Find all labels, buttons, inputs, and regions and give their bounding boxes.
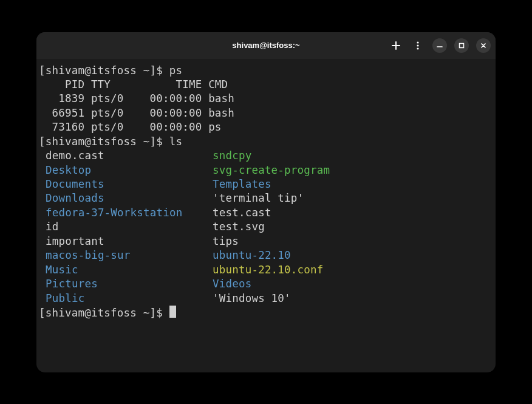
svg-point-1	[417, 44, 418, 46]
minimize-button[interactable]	[432, 38, 447, 53]
ls-entry: Music	[39, 263, 213, 277]
command-ls: ls	[169, 135, 182, 148]
ls-entry: tips	[213, 235, 239, 248]
ls-entry: demo.cast	[39, 149, 213, 163]
ls-entry: ubuntu-22.10.conf	[213, 263, 324, 277]
ls-entry: svg-create-program	[213, 163, 330, 177]
prompt-line: [shivam@itsfoss ~]$	[39, 307, 169, 319]
prompt-user-host: shivam@itsfoss	[46, 135, 137, 148]
terminal-content[interactable]: [shivam@itsfoss ~]$ ps PID TTY TIME CMD …	[36, 59, 496, 372]
ls-entry: 'Windows 10'	[213, 292, 291, 306]
ls-entry: Desktop	[39, 163, 213, 177]
ls-entry: important	[39, 235, 213, 248]
close-button[interactable]	[476, 38, 491, 53]
titlebar: shivam@itsfoss:~	[36, 32, 496, 59]
list-item: DocumentsTemplates	[39, 177, 493, 191]
ls-entry: Documents	[39, 177, 213, 191]
new-tab-button[interactable]	[389, 38, 403, 53]
list-item: idtest.svg	[39, 220, 493, 234]
prompt-line: [shivam@itsfoss ~]$ ls	[39, 135, 182, 148]
ls-entry: Public	[39, 292, 213, 306]
command-ps: ps	[169, 64, 182, 77]
ls-entry: Videos	[213, 277, 251, 291]
list-item: Public'Windows 10'	[39, 292, 493, 306]
ps-row: 66951 pts/0 00:00:00 bash	[39, 107, 234, 119]
ls-entry: fedora-37-Workstation	[39, 206, 213, 220]
ls-entry: test.svg	[213, 220, 265, 234]
list-item: fedora-37-Workstationtest.cast	[39, 206, 493, 220]
svg-rect-3	[460, 43, 464, 47]
ls-entry: Pictures	[39, 277, 213, 291]
ps-row: 1839 pts/0 00:00:00 bash	[39, 92, 234, 104]
maximize-button[interactable]	[454, 38, 469, 53]
ls-entry: Downloads	[39, 191, 213, 205]
ls-entry: Templates	[213, 177, 271, 191]
prompt-line: [shivam@itsfoss ~]$ ps	[39, 64, 182, 77]
ls-entry: 'terminal tip'	[213, 191, 304, 205]
terminal-window: shivam@itsfoss:~ [shivam@itsfoss ~]$ ps …	[36, 32, 496, 372]
svg-point-2	[417, 47, 418, 49]
window-controls	[389, 38, 491, 53]
ls-entry: test.cast	[213, 206, 271, 220]
ps-row: 73160 pts/0 00:00:00 ps	[39, 121, 222, 133]
list-item: Desktopsvg-create-program	[39, 163, 493, 177]
ls-entry: macos-big-sur	[39, 248, 213, 262]
ls-entry: sndcpy	[213, 149, 251, 163]
list-item: importanttips	[39, 235, 493, 248]
ls-output: demo.castsndcpyDesktopsvg-create-program…	[39, 149, 493, 306]
prompt-user-host: shivam@itsfoss	[46, 307, 137, 319]
ls-entry: id	[39, 220, 213, 234]
list-item: macos-big-surubuntu-22.10	[39, 248, 493, 262]
cursor-icon	[169, 306, 176, 318]
ls-entry: ubuntu-22.10	[213, 248, 291, 262]
window-title: shivam@itsfoss:~	[232, 41, 299, 50]
prompt-user-host: shivam@itsfoss	[46, 64, 137, 77]
svg-point-0	[417, 41, 418, 43]
menu-button[interactable]	[411, 38, 425, 53]
ps-header: PID TTY TIME CMD	[39, 78, 228, 91]
list-item: demo.castsndcpy	[39, 149, 493, 163]
list-item: Downloads'terminal tip'	[39, 191, 493, 205]
list-item: Musicubuntu-22.10.conf	[39, 263, 493, 277]
list-item: PicturesVideos	[39, 277, 493, 291]
